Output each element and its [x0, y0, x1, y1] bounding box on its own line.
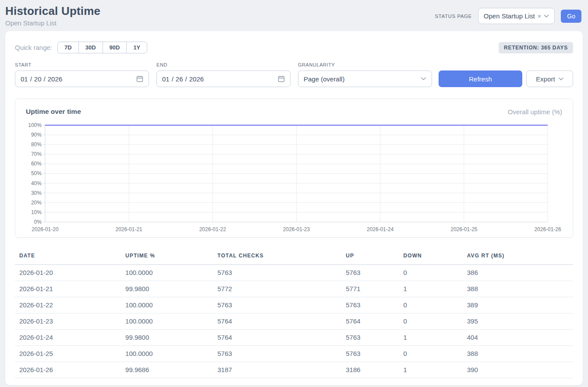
- table-cell: 99.9800: [121, 281, 213, 297]
- table-row: 2026-01-25100.0000576357630388: [15, 346, 573, 362]
- main-panel: Quick range: 7D 30D 90D 1Y RETENTION: 36…: [5, 31, 583, 385]
- granularity-select[interactable]: Page (overall): [298, 70, 432, 87]
- table-cell: 100.0000: [121, 265, 213, 281]
- export-button[interactable]: Export: [526, 70, 573, 87]
- refresh-button[interactable]: Refresh: [439, 70, 522, 87]
- table-cell: 395: [463, 313, 573, 330]
- table-cell: 5763: [213, 297, 341, 313]
- table-cell: 404: [463, 330, 573, 346]
- table-cell: 2026-01-21: [15, 281, 121, 297]
- svg-text:100%: 100%: [28, 122, 42, 128]
- start-label: START: [15, 62, 149, 67]
- controls-row: START 01/20/2026 END 01/26/2026: [15, 62, 573, 87]
- table-cell: 3186: [341, 362, 399, 378]
- table-row: 2026-01-2499.9800576457631404: [15, 330, 573, 346]
- table-cell: 0: [399, 265, 462, 281]
- chevron-down-icon: [544, 14, 549, 18]
- column-header-total-checks: TOTAL CHECKS: [213, 249, 341, 265]
- end-label: END: [156, 62, 290, 67]
- table-cell: 5764: [341, 313, 399, 330]
- quick-range-30d-button[interactable]: 30D: [78, 42, 103, 53]
- table-cell: 2026-01-20: [15, 265, 121, 281]
- uptime-table-body: 2026-01-20100.00005763576303862026-01-21…: [15, 265, 573, 378]
- table-header-row: DATE UPTIME % TOTAL CHECKS UP DOWN AVG R…: [15, 249, 573, 265]
- granularity-label: GRANULARITY: [298, 62, 432, 67]
- table-cell: 5763: [341, 265, 399, 281]
- table-cell: 2026-01-25: [15, 346, 121, 362]
- title-block: Historical Uptime Open Startup List: [5, 4, 100, 27]
- svg-text:0%: 0%: [34, 219, 42, 225]
- table-cell: 2026-01-24: [15, 330, 121, 346]
- calendar-icon[interactable]: [278, 75, 285, 82]
- table-row: 2026-01-23100.0000576457640395: [15, 313, 573, 330]
- start-date-value: 01/20/2026: [21, 75, 62, 83]
- table-cell: 1: [399, 362, 462, 378]
- table-cell: 386: [463, 265, 573, 281]
- start-date-input[interactable]: 01/20/2026: [15, 70, 149, 87]
- svg-text:30%: 30%: [31, 190, 42, 196]
- column-header-down: DOWN: [399, 249, 462, 265]
- table-cell: 389: [463, 297, 573, 313]
- page-header: Historical Uptime Open Startup List STAT…: [0, 0, 588, 31]
- table-cell: 100.0000: [121, 297, 213, 313]
- page-title: Historical Uptime: [5, 4, 100, 18]
- table-cell: 5763: [341, 297, 399, 313]
- svg-text:2026-01-25: 2026-01-25: [450, 226, 478, 232]
- table-cell: 2026-01-26: [15, 362, 121, 378]
- svg-text:2026-01-24: 2026-01-24: [367, 226, 394, 232]
- svg-text:70%: 70%: [31, 151, 42, 157]
- table-cell: 0: [399, 313, 462, 330]
- svg-text:40%: 40%: [31, 180, 42, 186]
- table-cell: 5764: [213, 313, 341, 330]
- end-date-value: 01/26/2026: [162, 75, 204, 83]
- quick-range-1y-button[interactable]: 1Y: [126, 42, 147, 53]
- table-cell: 5772: [213, 281, 341, 297]
- table-row: 2026-01-2699.9686318731861390: [15, 362, 573, 378]
- table-cell: 100.0000: [121, 346, 213, 362]
- granularity-value: Page (overall): [304, 75, 344, 83]
- chevron-down-icon: [421, 77, 426, 81]
- table-cell: 5763: [341, 346, 399, 362]
- quick-range-label: Quick range:: [15, 44, 52, 51]
- column-header-uptime: UPTIME %: [121, 249, 213, 265]
- table-cell: 388: [463, 346, 573, 362]
- svg-text:60%: 60%: [31, 161, 42, 167]
- quick-range-group: Quick range: 7D 30D 90D 1Y: [15, 42, 147, 53]
- table-row: 2026-01-2199.9800577257711388: [15, 281, 573, 297]
- start-date-field: START 01/20/2026: [15, 62, 149, 87]
- page-subtitle: Open Startup List: [5, 19, 100, 27]
- table-cell: 1: [399, 281, 462, 297]
- granularity-field: GRANULARITY Page (overall): [298, 62, 432, 87]
- table-cell: 1: [399, 330, 462, 346]
- table-cell: 5763: [341, 330, 399, 346]
- export-label: Export: [536, 75, 555, 83]
- table-cell: 3187: [213, 362, 341, 378]
- table-cell: 0: [399, 346, 462, 362]
- quick-range-90d-button[interactable]: 90D: [103, 42, 127, 53]
- table-cell: 5764: [213, 330, 341, 346]
- svg-text:2026-01-21: 2026-01-21: [115, 226, 142, 232]
- status-page-select[interactable]: Open Startup List ×: [478, 8, 555, 24]
- table-cell: 390: [463, 362, 573, 378]
- table-cell: 0: [399, 297, 462, 313]
- chart-legend: Overall uptime (%): [508, 108, 562, 116]
- svg-text:2026-01-20: 2026-01-20: [32, 226, 59, 232]
- go-button[interactable]: Go: [561, 10, 581, 23]
- table-cell: 5763: [213, 346, 341, 362]
- chart-title: Uptime over time: [26, 108, 81, 116]
- table-row: 2026-01-20100.0000576357630386: [15, 265, 573, 281]
- uptime-chart: 0%10%20%30%40%50%60%70%80%90%100%2026-01…: [24, 121, 564, 234]
- svg-text:10%: 10%: [31, 209, 42, 215]
- column-header-avg-rt: AVG RT (MS): [463, 249, 573, 265]
- clear-icon[interactable]: ×: [538, 13, 542, 19]
- table-cell: 2026-01-23: [15, 313, 121, 330]
- quick-range-7d-button[interactable]: 7D: [57, 42, 79, 53]
- calendar-icon[interactable]: [136, 75, 143, 82]
- svg-text:50%: 50%: [31, 170, 42, 176]
- table-cell: 100.0000: [121, 313, 213, 330]
- column-header-date: DATE: [15, 249, 121, 265]
- end-date-input[interactable]: 01/26/2026: [156, 70, 290, 87]
- table-cell: 5771: [341, 281, 399, 297]
- table-cell: 99.9800: [121, 330, 213, 346]
- header-controls: STATUS PAGE Open Startup List × Go: [435, 8, 581, 24]
